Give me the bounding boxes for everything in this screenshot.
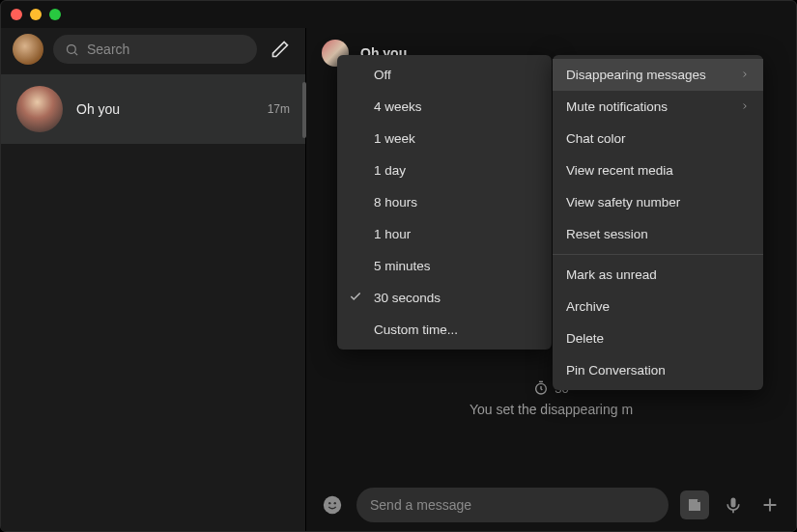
context-menu-item[interactable]: Disappearing messages bbox=[553, 59, 763, 91]
context-menu-item-label: Archive bbox=[566, 299, 610, 314]
svg-point-4 bbox=[328, 502, 330, 504]
search-input[interactable] bbox=[87, 42, 245, 57]
compose-field[interactable] bbox=[356, 488, 669, 522]
submenu-item-label: 8 hours bbox=[374, 195, 417, 210]
context-menu-item-label: Pin Conversation bbox=[566, 363, 666, 378]
app-window: Oh you 17m Oh you 30 You set the disappe… bbox=[0, 0, 797, 532]
context-menu-item[interactable]: Chat color bbox=[553, 123, 763, 154]
chevron-right-icon bbox=[740, 68, 750, 82]
submenu-item[interactable]: 4 weeks bbox=[337, 91, 552, 123]
svg-rect-6 bbox=[731, 498, 736, 508]
context-menu-separator bbox=[553, 254, 763, 255]
zoom-window-button[interactable] bbox=[49, 9, 61, 20]
conversation-time: 17m bbox=[268, 102, 290, 116]
submenu-item-label: 5 minutes bbox=[374, 259, 431, 273]
context-menu-item[interactable]: Pin Conversation bbox=[553, 354, 763, 386]
conversation-list: Oh you 17m bbox=[1, 74, 305, 532]
conversation-title: Oh you bbox=[76, 101, 254, 117]
svg-point-5 bbox=[334, 502, 336, 504]
search-field[interactable] bbox=[53, 35, 257, 64]
sticker-icon bbox=[686, 496, 703, 514]
conversation-context-menu: Disappearing messagesMute notificationsC… bbox=[553, 55, 763, 390]
plus-icon bbox=[759, 494, 781, 516]
compose-button[interactable] bbox=[267, 36, 294, 63]
smile-icon bbox=[322, 494, 343, 516]
attach-button[interactable] bbox=[757, 492, 783, 518]
check-icon bbox=[349, 290, 362, 306]
search-icon bbox=[65, 42, 79, 57]
context-menu-item-label: Chat color bbox=[566, 131, 626, 146]
context-menu-item[interactable]: Delete bbox=[553, 322, 763, 354]
mic-button[interactable] bbox=[721, 492, 746, 518]
context-menu-item[interactable]: View recent media bbox=[553, 154, 763, 186]
submenu-item-label: 4 weeks bbox=[374, 99, 422, 114]
emoji-button[interactable] bbox=[320, 492, 345, 518]
submenu-item-label: 1 week bbox=[374, 131, 415, 146]
submenu-item-label: 1 day bbox=[374, 163, 406, 178]
svg-line-1 bbox=[74, 52, 77, 55]
chevron-right-icon bbox=[740, 99, 750, 114]
submenu-item[interactable]: 8 hours bbox=[337, 186, 552, 218]
close-window-button[interactable] bbox=[11, 9, 22, 20]
minimize-window-button[interactable] bbox=[30, 9, 42, 20]
composer bbox=[306, 477, 796, 532]
system-message: You set the disappearing m bbox=[470, 402, 633, 417]
sidebar-top bbox=[1, 28, 305, 74]
context-menu-item[interactable]: Reset session bbox=[553, 218, 763, 250]
submenu-item[interactable]: 1 hour bbox=[337, 218, 552, 250]
submenu-item-label: 30 seconds bbox=[374, 291, 441, 305]
submenu-item[interactable]: 1 day bbox=[337, 154, 552, 186]
disappearing-submenu: Off4 weeks1 week1 day8 hours1 hour5 minu… bbox=[337, 55, 552, 350]
mic-icon bbox=[724, 495, 743, 515]
context-menu-item-label: Mark as unread bbox=[566, 267, 657, 282]
submenu-item-label: Off bbox=[374, 68, 391, 82]
sidebar-scrollbar-thumb[interactable] bbox=[302, 82, 306, 138]
contact-avatar bbox=[16, 86, 63, 132]
context-menu-item-label: View recent media bbox=[566, 163, 673, 178]
pencil-icon bbox=[270, 40, 290, 59]
svg-point-0 bbox=[68, 44, 76, 53]
context-menu-item-label: View safety number bbox=[566, 195, 680, 210]
context-menu-item[interactable]: Mark as unread bbox=[553, 259, 763, 291]
sidebar: Oh you 17m bbox=[1, 28, 306, 532]
context-menu-item-label: Disappearing messages bbox=[566, 68, 706, 82]
context-menu-item-label: Reset session bbox=[566, 227, 648, 241]
context-menu-item-label: Mute notifications bbox=[566, 99, 668, 114]
context-menu-item[interactable]: Archive bbox=[553, 291, 763, 322]
timer-icon bbox=[533, 380, 549, 396]
self-avatar[interactable] bbox=[13, 34, 43, 65]
titlebar bbox=[1, 1, 796, 28]
context-menu-item[interactable]: Mute notifications bbox=[553, 91, 763, 123]
context-menu-item[interactable]: View safety number bbox=[553, 186, 763, 218]
submenu-item-label: 1 hour bbox=[374, 227, 411, 241]
submenu-item[interactable]: 5 minutes bbox=[337, 250, 552, 282]
submenu-item[interactable]: 30 seconds bbox=[337, 282, 552, 314]
context-menu-item-label: Delete bbox=[566, 331, 604, 346]
submenu-item-label: Custom time... bbox=[374, 322, 458, 337]
svg-point-3 bbox=[324, 496, 341, 514]
compose-input[interactable] bbox=[370, 497, 655, 513]
conversation-item[interactable]: Oh you 17m bbox=[1, 74, 305, 144]
submenu-item[interactable]: Off bbox=[337, 59, 552, 91]
sticker-button[interactable] bbox=[680, 490, 709, 519]
submenu-item[interactable]: Custom time... bbox=[337, 314, 552, 346]
submenu-item[interactable]: 1 week bbox=[337, 123, 552, 154]
